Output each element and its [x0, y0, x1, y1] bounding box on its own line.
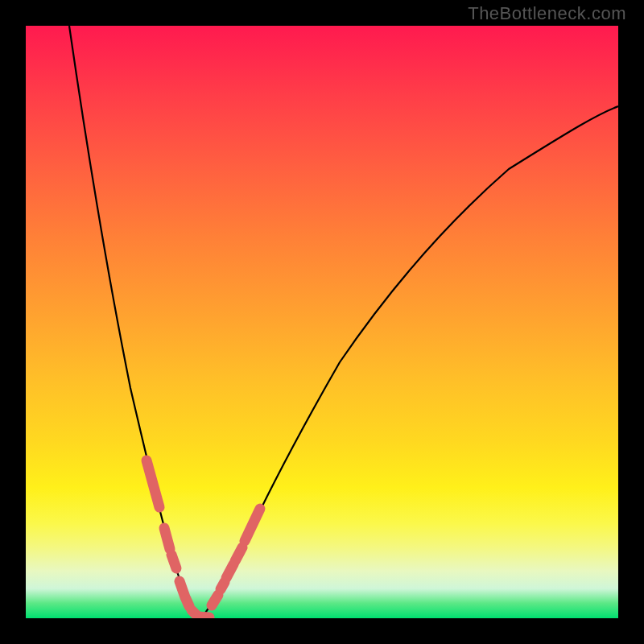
chart-frame: TheBottleneck.com: [0, 0, 644, 644]
plot-area: [26, 26, 618, 618]
curve-right: [201, 106, 618, 618]
svg-line-10: [235, 547, 242, 561]
svg-line-6: [198, 617, 209, 617]
svg-line-0: [147, 460, 159, 507]
svg-line-7: [212, 595, 218, 605]
watermark-text: TheBottleneck.com: [468, 3, 626, 24]
curve-overlay: [26, 26, 618, 618]
markers-right: [212, 509, 260, 605]
svg-line-9: [226, 564, 233, 578]
svg-line-1: [164, 528, 170, 549]
svg-line-11: [245, 509, 260, 541]
markers-left: [147, 460, 209, 617]
curve-left: [69, 26, 201, 618]
svg-line-8: [221, 582, 225, 589]
svg-line-2: [171, 555, 176, 568]
svg-line-4: [186, 599, 189, 606]
